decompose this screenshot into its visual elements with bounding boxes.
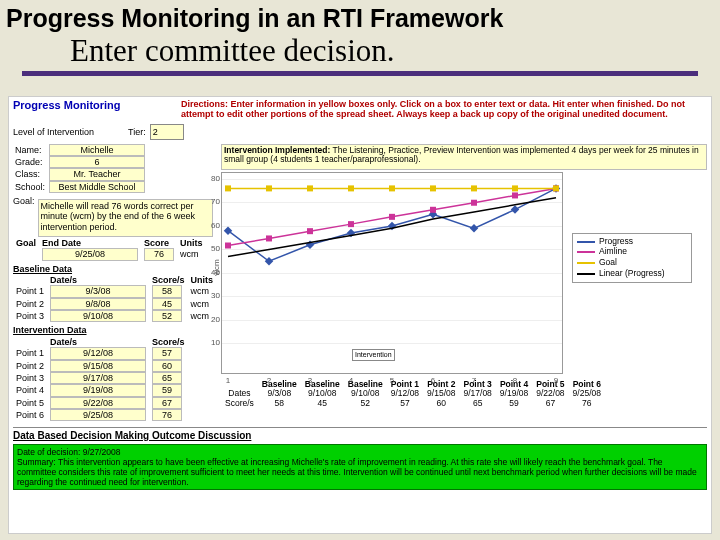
outcome-header: Data Based Decision Making Outcome Discu… (13, 427, 707, 442)
info-table: Name:Michelle Grade:6 Class:Mr. Teacher … (13, 144, 147, 193)
outcome-box[interactable]: Date of decision: 9/27/2008 Summary: Thi… (13, 444, 707, 491)
goal-table: GoalEnd DateScoreUnits 9/25/0876wcm (13, 238, 206, 261)
svg-rect-26 (553, 185, 559, 191)
title-rule (22, 71, 698, 76)
svg-rect-25 (512, 185, 518, 191)
svg-rect-20 (307, 185, 313, 191)
progress-chart: wcm Intervention Progress Aimline Goal L… (221, 172, 563, 374)
slide-title: Progress Monitoring in an RTI Framework (0, 0, 720, 33)
baseline-header: Baseline Data (13, 264, 213, 274)
pm-heading: Progress Monitoring (9, 97, 177, 122)
baseline-table: Date/sScore/sUnitsPoint 19/3/0858wcmPoin… (13, 275, 216, 322)
svg-rect-12 (348, 221, 354, 227)
svg-rect-9 (225, 242, 231, 248)
goal-label: Goal: (13, 196, 35, 237)
level-label: Level of Intervention (13, 127, 94, 137)
tier-label: Tier: (128, 127, 146, 137)
school-field[interactable]: Best Middle School (49, 181, 145, 193)
goal-text[interactable]: Michelle will read 76 words correct per … (38, 199, 213, 237)
svg-rect-22 (389, 185, 395, 191)
svg-rect-18 (225, 185, 231, 191)
tier-input[interactable] (150, 124, 184, 140)
svg-rect-11 (307, 228, 313, 234)
svg-rect-15 (471, 199, 477, 205)
slide-subtitle: Enter committee decision. (0, 33, 720, 71)
spreadsheet-screenshot: Progress Monitoring Directions: Enter in… (8, 96, 712, 534)
svg-rect-13 (389, 214, 395, 220)
chart-legend: Progress Aimline Goal Linear (Progress) (572, 233, 692, 283)
name-field[interactable]: Michelle (49, 144, 145, 156)
svg-rect-7 (511, 205, 519, 213)
intervention-header: Intervention Data (13, 325, 213, 335)
svg-rect-19 (266, 185, 272, 191)
svg-rect-21 (348, 185, 354, 191)
intervention-impl-label: Intervention Implemented: (224, 145, 330, 155)
dates-scores-table: BaselineBaselineBaselinePoint 1Point 2Po… (221, 380, 605, 409)
svg-rect-16 (512, 192, 518, 198)
directions-text: Directions: Enter information in yellow … (177, 97, 711, 122)
svg-rect-10 (266, 235, 272, 241)
svg-rect-14 (430, 206, 436, 212)
svg-rect-23 (430, 185, 436, 191)
intervention-table: Date/sScore/sPoint 19/12/0857Point 29/15… (13, 337, 188, 421)
svg-rect-24 (471, 185, 477, 191)
class-field[interactable]: Mr. Teacher (49, 168, 145, 180)
svg-rect-6 (470, 224, 478, 232)
grade-field[interactable]: 6 (49, 156, 145, 168)
